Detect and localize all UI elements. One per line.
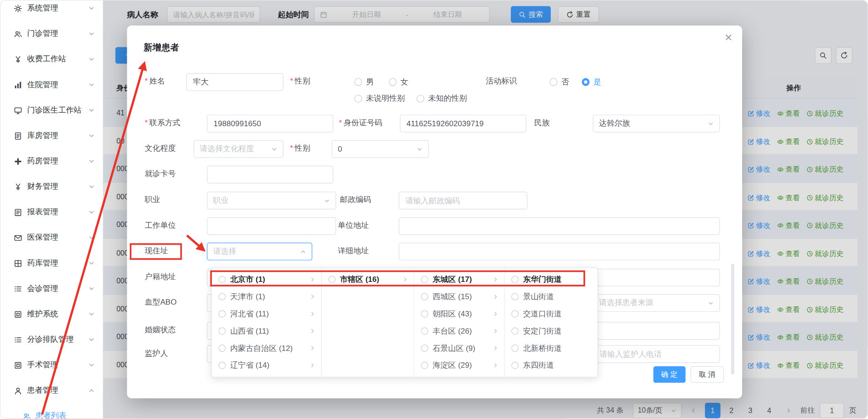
page-number-button[interactable]: 2 — [724, 403, 739, 418]
history-link[interactable]: 就诊历史 — [807, 248, 844, 258]
table-search-button[interactable] — [815, 47, 832, 64]
sidebar-item[interactable]: 门诊医生工作站 — [0, 98, 103, 123]
gender-unspecified-radio[interactable]: 未说明性别 — [354, 93, 405, 104]
cascader-province-option[interactable]: 天津市 (1) — [212, 288, 321, 306]
cascader-province-option[interactable]: 北京市 (1) — [212, 271, 321, 288]
view-link[interactable]: 查看 — [777, 332, 800, 342]
radio-icon[interactable] — [511, 362, 519, 369]
radio-icon[interactable] — [511, 310, 519, 317]
cascader-street-option[interactable]: 北新桥街道 — [505, 340, 598, 357]
radio-icon[interactable] — [421, 293, 428, 301]
sidebar-item[interactable]: 报表管理 — [0, 199, 103, 225]
sidebar-item[interactable]: 会诊管理 — [0, 276, 103, 301]
edit-link[interactable]: 修改 — [748, 360, 770, 370]
history-link[interactable]: 就诊历史 — [807, 305, 844, 315]
view-link[interactable]: 查看 — [777, 305, 800, 315]
cascader-district-option[interactable]: 石景山区 (9) — [414, 340, 504, 357]
view-link[interactable]: 查看 — [777, 108, 800, 118]
view-link[interactable]: 查看 — [777, 137, 800, 147]
id-number-input[interactable] — [400, 115, 526, 133]
history-link[interactable]: 就诊历史 — [807, 360, 844, 370]
date-range-picker[interactable]: 开始日期 - 结束日期 — [314, 6, 490, 23]
sidebar-item[interactable]: 分诊排队管理 — [0, 327, 103, 352]
history-link[interactable]: 就诊历史 — [807, 108, 844, 118]
sidebar-item[interactable]: 维护系统 — [0, 301, 103, 327]
history-link[interactable]: 就诊历史 — [807, 137, 844, 147]
radio-icon[interactable] — [421, 362, 428, 369]
gender-male-radio[interactable]: 男 — [354, 76, 374, 87]
history-link[interactable]: 就诊历史 — [807, 221, 844, 231]
radio-icon[interactable] — [219, 310, 226, 317]
radio-icon[interactable] — [219, 293, 226, 301]
gender2-select[interactable]: 0 — [332, 140, 429, 158]
card-no-input[interactable] — [207, 166, 333, 183]
page-size-select[interactable]: 10条/页 — [633, 403, 682, 418]
close-icon[interactable] — [724, 33, 733, 41]
next-page-button[interactable] — [782, 403, 795, 418]
radio-icon[interactable] — [219, 362, 226, 369]
page-number-button[interactable]: 3 — [743, 403, 758, 418]
edit-link[interactable]: 修改 — [748, 332, 770, 342]
cascader-district-option[interactable]: 东城区 (17) — [414, 271, 504, 288]
radio-icon[interactable] — [511, 276, 519, 283]
active-flag-yes-radio[interactable]: 是 — [582, 76, 601, 87]
history-link[interactable]: 就诊历史 — [807, 332, 844, 342]
end-date-placeholder[interactable]: 结束日期 — [412, 10, 484, 20]
radio-icon[interactable] — [219, 276, 226, 283]
cascader-street-option[interactable]: 交道口街道 — [505, 305, 598, 322]
radio-icon[interactable] — [421, 310, 428, 317]
detail-address-input[interactable] — [399, 243, 720, 261]
view-link[interactable]: 查看 — [777, 248, 800, 258]
cascader-city-option[interactable]: 市辖区 (16) — [322, 271, 414, 288]
cascader-district-option[interactable]: 丰台区 (26) — [414, 322, 504, 340]
name-input[interactable] — [186, 73, 284, 91]
prev-page-button[interactable] — [687, 403, 700, 418]
cascader-district-option[interactable]: 西城区 (15) — [414, 288, 504, 306]
sidebar-item[interactable]: 患者管理 — [0, 378, 103, 403]
patient-source-select[interactable]: 请选择患者来源 — [593, 294, 720, 312]
radio-icon[interactable] — [219, 345, 226, 352]
gender-female-radio[interactable]: 女 — [389, 76, 409, 87]
cancel-button[interactable]: 取 消 — [690, 366, 723, 383]
view-link[interactable]: 查看 — [777, 192, 800, 202]
confirm-button[interactable]: 确 定 — [653, 366, 685, 383]
radio-icon[interactable] — [421, 327, 428, 335]
radio-icon[interactable] — [329, 276, 336, 283]
edit-link[interactable]: 修改 — [748, 137, 770, 147]
history-link[interactable]: 就诊历史 — [807, 276, 844, 286]
active-flag-no-radio[interactable]: 否 — [549, 76, 569, 87]
radio-icon[interactable] — [421, 276, 428, 283]
view-link[interactable]: 查看 — [777, 276, 800, 286]
cascader-district-option[interactable]: 朝阳区 (43) — [414, 305, 504, 322]
radio-icon[interactable] — [421, 345, 428, 352]
cascader-province-option[interactable]: 辽宁省 (14) — [212, 357, 321, 374]
cascader-street-option[interactable]: 东华门街道 — [505, 271, 598, 288]
cascader-street-option[interactable]: 东四街道 — [505, 357, 598, 374]
search-button[interactable]: 搜索 — [511, 6, 551, 23]
education-select[interactable]: 请选择文化程度 — [194, 140, 284, 158]
sidebar-item[interactable]: 医保管理 — [0, 225, 103, 251]
current-address-select[interactable]: 请选择 — [207, 243, 312, 261]
occupation-select[interactable]: 职业 — [207, 192, 336, 209]
radio-icon[interactable] — [511, 293, 519, 301]
sidebar-item-patient-list[interactable]: 患者列表 — [0, 403, 103, 419]
radio-icon[interactable] — [511, 345, 519, 352]
cascader-street-option[interactable]: 景山街道 — [505, 288, 598, 306]
page-number-button[interactable]: 1 — [705, 403, 720, 418]
view-link[interactable]: 查看 — [777, 360, 800, 370]
radio-icon[interactable] — [219, 327, 226, 335]
edit-link[interactable]: 修改 — [748, 192, 770, 202]
cascader-district-option[interactable]: 海淀区 (29) — [414, 357, 504, 374]
edit-link[interactable]: 修改 — [748, 164, 770, 174]
start-date-placeholder[interactable]: 开始日期 — [330, 10, 402, 20]
sidebar-item[interactable]: 门诊管理 — [0, 21, 103, 46]
radio-icon[interactable] — [511, 327, 519, 335]
history-link[interactable]: 就诊历史 — [807, 192, 844, 202]
edit-link[interactable]: 修改 — [748, 276, 770, 286]
sidebar-item[interactable]: 药房管理 — [0, 148, 103, 174]
view-link[interactable]: 查看 — [777, 221, 800, 231]
sidebar-item[interactable]: 库房管理 — [0, 123, 103, 148]
cascader-province-option[interactable]: 河北省 (11) — [212, 305, 321, 322]
reset-button[interactable]: 重置 — [558, 6, 599, 23]
ethnicity-select[interactable]: 达斡尔族 — [593, 115, 720, 133]
